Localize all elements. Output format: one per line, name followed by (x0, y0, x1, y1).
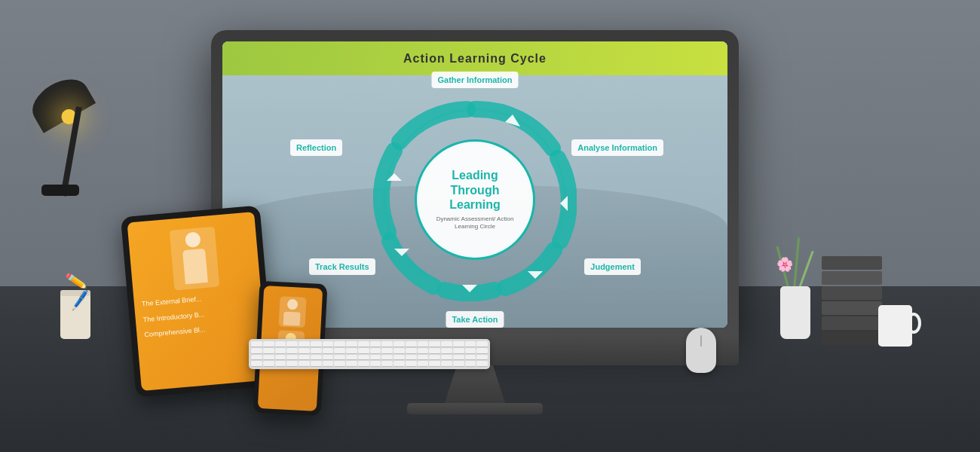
judgement-label: Judgement (584, 258, 641, 275)
keyboard-key (263, 361, 274, 367)
tablet-content: The External Brief... The Introductory B… (127, 212, 266, 358)
keyboard-key (476, 361, 488, 367)
mouse (686, 328, 716, 373)
monitor-base (407, 403, 543, 414)
keyboard-key (323, 341, 334, 347)
keyboard-key (465, 348, 476, 354)
mug (878, 305, 912, 347)
keyboard-key (299, 355, 310, 361)
cycle-center-title: Leading Through Learning (449, 168, 501, 212)
vase: 🌸 (776, 264, 814, 339)
keyboard: // Generate keyboard keys const kb = doc… (249, 339, 490, 369)
keyboard-key (370, 348, 381, 354)
keyboard-key (394, 348, 405, 354)
keyboard-key (346, 341, 357, 347)
keyboard-key (429, 341, 440, 347)
keyboard-key (358, 355, 369, 361)
keyboard-key (323, 361, 334, 367)
keyboard-key (263, 341, 274, 347)
keyboard-key (358, 341, 369, 347)
keyboard-key (311, 341, 322, 347)
keyboard-key (275, 341, 286, 347)
keyboard-key (381, 355, 393, 361)
tablet-screen: The External Brief... The Introductory B… (127, 212, 269, 391)
keyboard-key (465, 355, 476, 361)
keyboard-key (263, 355, 274, 361)
cycle-center-subtitle: Dynamic Assessment/ Action Learning Circ… (417, 215, 533, 231)
lamp (23, 45, 113, 196)
keyboard-key (453, 341, 464, 347)
lamp-head (25, 70, 96, 133)
book (822, 316, 882, 330)
cycle-center: Leading Through Learning Dynamic Assessm… (415, 139, 535, 260)
keyboard-key (311, 355, 322, 361)
keyboard-key (441, 361, 452, 367)
book (822, 286, 882, 300)
analyse-information-label: Analyse Information (571, 139, 663, 156)
pencil-cup: ✏️🖊️ (60, 294, 90, 339)
keyboard-key (346, 361, 357, 367)
keyboard-key (334, 361, 345, 367)
keyboard-key (311, 348, 322, 354)
keyboard-key (418, 341, 429, 347)
keyboard-key (358, 361, 369, 367)
track-results-label: Track Results (309, 258, 375, 275)
keyboard-key (311, 361, 322, 367)
keyboard-key (418, 348, 429, 354)
keyboard-key (334, 355, 345, 361)
book (822, 331, 882, 345)
keyboard-key (251, 361, 262, 367)
keyboard-key (370, 355, 381, 361)
keyboard-key (358, 348, 369, 354)
book (822, 271, 882, 285)
keyboard-key (453, 348, 464, 354)
keyboard-key (334, 341, 345, 347)
keyboard-key (251, 341, 262, 347)
keyboard-key (334, 348, 345, 354)
keyboard-key (406, 348, 417, 354)
keyboard-key (286, 348, 298, 354)
keyboard-key (465, 361, 476, 367)
keyboard-key (441, 355, 452, 361)
keyboard-key (418, 361, 429, 367)
keyboard-key (299, 348, 310, 354)
keyboard-key (465, 341, 476, 347)
keyboard-key (370, 341, 381, 347)
book (822, 256, 882, 270)
keyboard-key (275, 348, 286, 354)
keyboard-key (286, 361, 298, 367)
cycle-diagram: Leading Through Learning Dynamic Assessm… (332, 79, 618, 320)
keyboard-key (275, 355, 286, 361)
tablet-line3: Comprehensive Bl... (144, 321, 257, 341)
keyboard-key (394, 361, 405, 367)
keyboard-key (286, 341, 298, 347)
keyboard-key (323, 348, 334, 354)
books-stack (822, 256, 882, 347)
keyboard-key (394, 341, 405, 347)
keyboard-key (429, 348, 440, 354)
keyboard-key (381, 361, 393, 367)
screen-title: Action Learning Cycle (403, 52, 547, 66)
reflection-label: Reflection (290, 139, 342, 156)
monitor-stand (445, 365, 505, 403)
keyboard-key (251, 355, 262, 361)
keyboard-key (406, 341, 417, 347)
keyboard-key (275, 361, 286, 367)
gather-information-label: Gather Information (431, 72, 518, 88)
keyboard-key (299, 341, 310, 347)
keyboard-key (299, 361, 310, 367)
keyboard-key (346, 355, 357, 361)
vase-body (780, 286, 810, 339)
keyboard-key (453, 361, 464, 367)
keyboard-key (346, 348, 357, 354)
keyboard-key (476, 348, 488, 354)
keyboard-key (441, 348, 452, 354)
keyboard-key (418, 355, 429, 361)
screen-header: Action Learning Cycle (222, 41, 727, 75)
keyboard-key (406, 355, 417, 361)
keyboard-key (370, 361, 381, 367)
keyboard-key (453, 355, 464, 361)
keyboard-key (476, 355, 488, 361)
flower-icon: 🌸 (776, 256, 793, 273)
keyboard-key (394, 355, 405, 361)
